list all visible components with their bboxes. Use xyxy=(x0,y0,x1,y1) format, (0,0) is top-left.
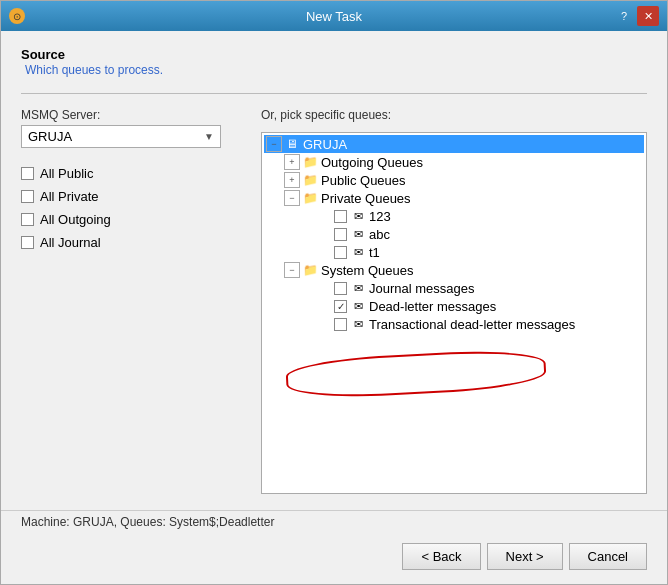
tree-item-journal-messages[interactable]: ✉ Journal messages xyxy=(264,279,644,297)
left-panel: MSMQ Server: GRUJA ▼ All Public All Priv… xyxy=(21,108,241,494)
checkbox-t1[interactable] xyxy=(334,246,347,259)
checkbox-all-private-box[interactable] xyxy=(21,190,34,203)
back-button[interactable]: < Back xyxy=(402,543,480,570)
app-icon: ⊙ xyxy=(9,8,25,24)
tree-wrapper: − 🖥 GRUJA + 📁 Outgoing Queues + xyxy=(261,132,647,494)
tree-label-public-queues: Public Queues xyxy=(321,173,406,188)
tree-item-gruja[interactable]: − 🖥 GRUJA xyxy=(264,135,644,153)
computer-icon: 🖥 xyxy=(284,136,300,152)
tree-item-public-queues[interactable]: + 📁 Public Queues xyxy=(264,171,644,189)
tree-label-123: 123 xyxy=(369,209,391,224)
tree-item-123[interactable]: ✉ 123 xyxy=(264,207,644,225)
folder-icon-public: 📁 xyxy=(302,172,318,188)
expander-outgoing[interactable]: + xyxy=(284,154,300,170)
checkbox-group: All Public All Private All Outgoing All … xyxy=(21,166,241,250)
tree-label-t1: t1 xyxy=(369,245,380,260)
checkbox-all-public[interactable]: All Public xyxy=(21,166,241,181)
queue-icon-123: ✉ xyxy=(350,208,366,224)
button-bar: < Back Next > Cancel xyxy=(1,533,667,584)
section-title: Source xyxy=(21,47,65,62)
queue-icon-journal: ✉ xyxy=(350,280,366,296)
title-bar: ⊙ New Task ? ✕ xyxy=(1,1,667,31)
tree-label-outgoing-queues: Outgoing Queues xyxy=(321,155,423,170)
queue-icon-transactional: ✉ xyxy=(350,316,366,332)
expander-system[interactable]: − xyxy=(284,262,300,278)
cancel-button[interactable]: Cancel xyxy=(569,543,647,570)
checkbox-all-journal[interactable]: All Journal xyxy=(21,235,241,250)
tree-label-abc: abc xyxy=(369,227,390,242)
right-panel: Or, pick specific queues: − 🖥 GRUJA + 📁 xyxy=(261,108,647,494)
expander-gruja[interactable]: − xyxy=(266,136,282,152)
queue-icon-abc: ✉ xyxy=(350,226,366,242)
queue-icon-t1: ✉ xyxy=(350,244,366,260)
folder-icon-outgoing: 📁 xyxy=(302,154,318,170)
checkbox-all-public-box[interactable] xyxy=(21,167,34,180)
checkbox-all-outgoing-label: All Outgoing xyxy=(40,212,111,227)
main-row: MSMQ Server: GRUJA ▼ All Public All Priv… xyxy=(21,108,647,494)
tree-label-journal-messages: Journal messages xyxy=(369,281,475,296)
checkbox-all-private-label: All Private xyxy=(40,189,99,204)
folder-icon-private: 📁 xyxy=(302,190,318,206)
right-label: Or, pick specific queues: xyxy=(261,108,647,122)
section-subtitle: Which queues to process. xyxy=(25,63,163,77)
tree-item-dead-letter[interactable]: ✉ Dead-letter messages xyxy=(264,297,644,315)
tree-label-dead-letter-messages: Dead-letter messages xyxy=(369,299,496,314)
checkbox-all-public-label: All Public xyxy=(40,166,93,181)
content-area: Source Which queues to process. MSMQ Ser… xyxy=(1,31,667,510)
dialog-window: ⊙ New Task ? ✕ Source Which queues to pr… xyxy=(0,0,668,585)
section-header: Source Which queues to process. xyxy=(21,47,647,77)
tree-label-transactional-dead-letter: Transactional dead-letter messages xyxy=(369,317,575,332)
status-text: Machine: GRUJA, Queues: System$;Deadlett… xyxy=(21,515,274,529)
close-button[interactable]: ✕ xyxy=(637,6,659,26)
checkbox-transactional[interactable] xyxy=(334,318,347,331)
checkbox-all-journal-label: All Journal xyxy=(40,235,101,250)
tree-label-gruja: GRUJA xyxy=(303,137,347,152)
tree-container[interactable]: − 🖥 GRUJA + 📁 Outgoing Queues + xyxy=(261,132,647,494)
expander-private[interactable]: − xyxy=(284,190,300,206)
checkbox-all-journal-box[interactable] xyxy=(21,236,34,249)
tree-item-t1[interactable]: ✉ t1 xyxy=(264,243,644,261)
server-value: GRUJA xyxy=(28,129,72,144)
divider xyxy=(21,93,647,94)
tree-item-outgoing-queues[interactable]: + 📁 Outgoing Queues xyxy=(264,153,644,171)
server-dropdown[interactable]: GRUJA ▼ xyxy=(21,125,221,148)
server-label: MSMQ Server: xyxy=(21,108,241,122)
dropdown-arrow-icon: ▼ xyxy=(204,131,214,142)
title-bar-left: ⊙ xyxy=(9,8,25,24)
tree-item-system-queues[interactable]: − 📁 System Queues xyxy=(264,261,644,279)
checkbox-all-outgoing-box[interactable] xyxy=(21,213,34,226)
checkbox-all-outgoing[interactable]: All Outgoing xyxy=(21,212,241,227)
checkbox-dead-letter[interactable] xyxy=(334,300,347,313)
help-button[interactable]: ? xyxy=(613,6,635,26)
queue-icon-dead-letter: ✉ xyxy=(350,298,366,314)
tree-label-private-queues: Private Queues xyxy=(321,191,411,206)
checkbox-journal[interactable] xyxy=(334,282,347,295)
server-section: MSMQ Server: GRUJA ▼ xyxy=(21,108,241,148)
checkbox-abc[interactable] xyxy=(334,228,347,241)
tree-label-system-queues: System Queues xyxy=(321,263,414,278)
window-title: New Task xyxy=(306,9,362,24)
folder-icon-system: 📁 xyxy=(302,262,318,278)
tree-item-abc[interactable]: ✉ abc xyxy=(264,225,644,243)
title-bar-controls: ? ✕ xyxy=(613,6,659,26)
status-bar: Machine: GRUJA, Queues: System$;Deadlett… xyxy=(1,510,667,533)
tree-item-private-queues[interactable]: − 📁 Private Queues xyxy=(264,189,644,207)
tree-item-transactional-dead-letter[interactable]: ✉ Transactional dead-letter messages xyxy=(264,315,644,333)
checkbox-all-private[interactable]: All Private xyxy=(21,189,241,204)
next-button[interactable]: Next > xyxy=(487,543,563,570)
expander-public[interactable]: + xyxy=(284,172,300,188)
checkbox-123[interactable] xyxy=(334,210,347,223)
